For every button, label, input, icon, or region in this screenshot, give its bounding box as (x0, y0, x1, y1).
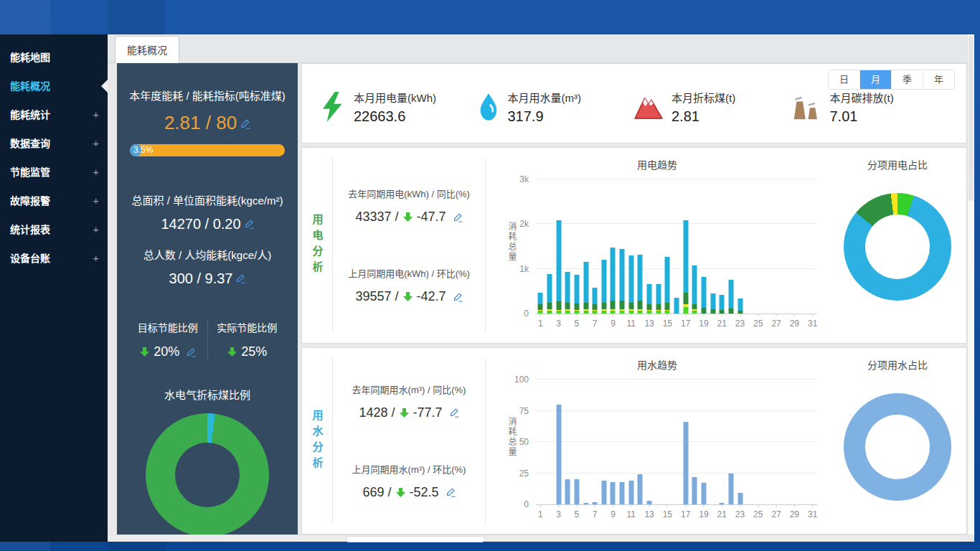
x-tick-label: 31 (808, 509, 817, 519)
expand-icon[interactable]: + (93, 100, 99, 129)
summary-stat-value: 2.81 (672, 108, 735, 125)
bar-day-10 (620, 179, 625, 314)
bar-day-3 (556, 380, 561, 504)
expand-icon[interactable]: + (93, 215, 99, 244)
stat-value: 669 / (362, 485, 391, 500)
summary-stat-value: 22663.6 (354, 108, 436, 125)
horizontal-scrollbar[interactable] (108, 534, 967, 542)
stat-delta: -52.5 (410, 485, 439, 500)
bar-day-29 (792, 179, 797, 314)
stat-delta: -42.7 (417, 289, 446, 304)
water-share-chart (844, 393, 951, 501)
stat-label: 上月同期用水(m³) / 环比(%) (333, 462, 485, 476)
y-tick-label: 3k (519, 174, 529, 184)
bar-day-16 (674, 380, 679, 504)
horizontal-scrollbar-thumb[interactable] (346, 536, 485, 542)
bar-day-15 (665, 380, 670, 504)
vertical-scrollbar[interactable] (967, 34, 974, 534)
bar-day-20 (710, 380, 715, 504)
expand-icon[interactable]: + (93, 129, 99, 158)
y-tick-label: 0 (524, 499, 529, 509)
edit-icon[interactable] (244, 219, 254, 229)
bar-day-31 (810, 380, 815, 504)
sidebar-item-节能监管[interactable]: 节能监管+ (0, 158, 108, 187)
x-tick-label: 11 (627, 509, 636, 519)
bar-day-17 (683, 179, 688, 314)
bar-day-9 (611, 380, 616, 504)
x-tick-label: 21 (717, 509, 727, 519)
bar-day-29 (792, 380, 797, 504)
toggle-季[interactable]: 季 (891, 70, 923, 89)
down-arrow-icon (402, 212, 413, 222)
stat-label: 去年同期用电(kWh) / 同比(%) (333, 187, 485, 200)
summary-stat: 本月碳排放(t)7.01 (791, 90, 948, 125)
bar-day-21 (720, 179, 725, 314)
sidebar-item-设备台账[interactable]: 设备台账+ (0, 244, 108, 273)
sidebar-item-能耗地图[interactable]: 能耗地图 (0, 43, 108, 72)
bar-day-6 (583, 179, 588, 314)
tab-energy-overview[interactable]: 能耗概况 (115, 36, 179, 63)
toggle-日[interactable]: 日 (829, 70, 859, 89)
coal-ratio-donut-chart (146, 413, 269, 534)
x-tick-label: 29 (790, 319, 799, 329)
lightning-icon (321, 92, 345, 122)
water-share-panel: 分项用水占比 (829, 348, 966, 534)
down-arrow-icon (227, 347, 237, 357)
chart-title: 用水趋势 (486, 357, 829, 372)
water-share-title: 分项用水占比 (867, 357, 928, 372)
expand-icon[interactable]: + (93, 244, 99, 273)
bar-day-8 (601, 380, 606, 504)
down-arrow-icon (402, 291, 413, 302)
x-tick-label: 21 (717, 319, 727, 329)
sidebar-item-故障报警[interactable]: 故障报警+ (0, 187, 108, 215)
summary-stat: 本月用水量(m³)317.9 (478, 90, 635, 125)
summary-stat-label: 本月碳排放(t) (830, 90, 894, 105)
edit-icon[interactable] (453, 212, 463, 222)
app-window: 能耗地图能耗概况能耗统计+数据查询+节能监管+故障报警+统计报表+设备台账+ 能… (0, 34, 974, 542)
bar-day-28 (783, 179, 788, 314)
sidebar-item-数据查询[interactable]: 数据查询+ (0, 129, 108, 158)
monthly-summary-card: 本月用电量(kWh)22663.6本月用水量(m³)317.9本月折标煤(t)2… (301, 63, 967, 143)
edit-icon[interactable] (235, 273, 245, 283)
expand-icon[interactable]: + (93, 158, 99, 187)
vertical-scrollbar-thumb[interactable] (969, 36, 974, 201)
x-tick-label: 27 (771, 509, 781, 519)
x-tick-label: 23 (735, 509, 745, 519)
sidebar-item-能耗统计[interactable]: 能耗统计+ (0, 100, 108, 129)
edit-icon[interactable] (453, 292, 463, 302)
y-axis-label: 消耗总量 (506, 417, 518, 457)
x-tick-label: 13 (644, 509, 654, 519)
y-tick-label: 2k (519, 219, 529, 229)
toggle-月[interactable]: 月 (859, 70, 891, 89)
electricity-section-label: 用电分析 (302, 148, 332, 343)
edit-icon[interactable] (446, 487, 456, 497)
sidebar-item-能耗概况[interactable]: 能耗概况 (0, 72, 108, 100)
period-toggle: 日月季年 (828, 70, 955, 90)
x-tick-label: 9 (611, 319, 616, 329)
bar-day-2 (547, 380, 552, 504)
bar-day-4 (565, 179, 570, 314)
x-tick-label: 27 (771, 319, 781, 329)
electricity-yoy-stat: 去年同期用电(kWh) / 同比(%) 43337 / -47.7 (333, 187, 485, 225)
bar-day-1 (538, 380, 543, 504)
x-tick-label: 3 (556, 319, 561, 329)
overview-panel: 本年度能耗 / 能耗指标(吨标准煤) 2.81 / 80 3.5% 总面积 / … (117, 63, 298, 534)
x-tick-label: 29 (790, 509, 799, 519)
edit-icon[interactable] (186, 347, 196, 357)
bar-day-1 (538, 179, 543, 314)
sidebar-item-统计报表[interactable]: 统计报表+ (0, 215, 108, 244)
down-arrow-icon (399, 408, 410, 418)
sidebar-item-label: 统计报表 (10, 224, 50, 235)
toggle-年[interactable]: 年 (923, 70, 954, 89)
bar-day-25 (755, 179, 760, 314)
summary-stat: 本月用电量(kWh)22663.6 (321, 90, 478, 125)
bar-day-13 (647, 179, 652, 314)
bar-day-10 (620, 380, 625, 504)
x-tick-label: 15 (663, 509, 672, 519)
x-tick-label: 13 (644, 319, 654, 329)
y-tick-label: 100 (514, 375, 529, 385)
edit-icon[interactable] (240, 118, 250, 129)
bar-day-12 (638, 380, 643, 504)
expand-icon[interactable]: + (93, 187, 99, 215)
edit-icon[interactable] (449, 408, 459, 418)
